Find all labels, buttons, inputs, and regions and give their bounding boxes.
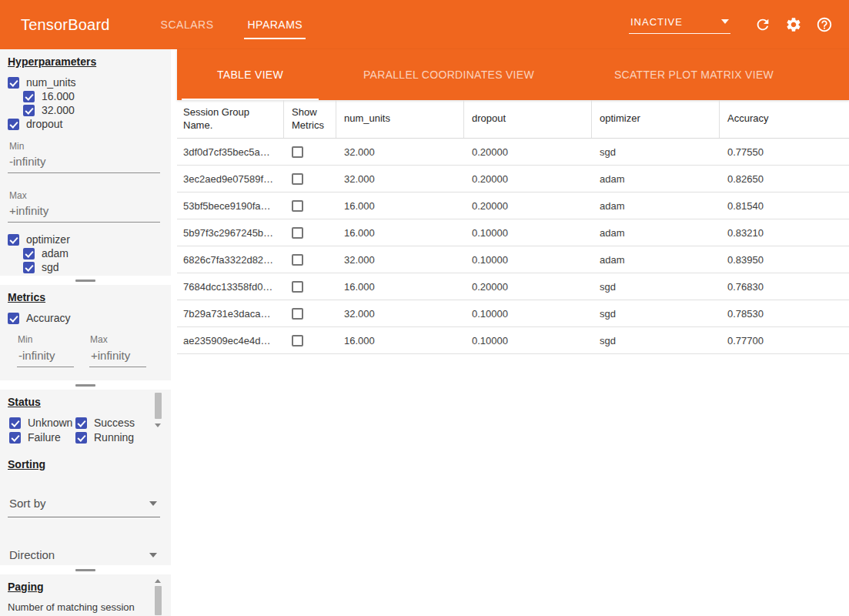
- table-row: 6826c7fa3322d82… 32.000 0.10000 adam 0.8…: [177, 246, 849, 273]
- scrollbar-thumb[interactable]: [155, 393, 162, 419]
- show-metrics-cell: [284, 227, 336, 239]
- tab-scatter-plot-matrix-view[interactable]: SCATTER PLOT MATRIX VIEW: [574, 49, 814, 100]
- header-nav: SCALARS HPARAMS: [144, 0, 320, 49]
- show-metrics-cell: [284, 173, 336, 185]
- accuracy-min-input[interactable]: [17, 346, 74, 367]
- accuracy-max-label: Max: [90, 334, 149, 345]
- matching-groups-text: Number of matching session groups: 8: [8, 601, 146, 616]
- hyperparameters-heading: Hyperparameters: [8, 55, 162, 68]
- show-metrics-checkbox[interactable]: [292, 200, 303, 212]
- scroll-up-icon[interactable]: [155, 579, 161, 583]
- pane-divider[interactable]: [0, 565, 171, 574]
- show-metrics-checkbox[interactable]: [292, 308, 303, 320]
- hparam-num-units[interactable]: num_units: [8, 75, 162, 89]
- dropout-cell: 0.20000: [464, 173, 592, 185]
- refresh-icon[interactable]: [754, 15, 772, 34]
- dropout-cell: 0.20000: [464, 281, 592, 293]
- table-header: Session Group Name. Show Metrics num_uni…: [177, 100, 849, 139]
- accuracy-cell: 0.76830: [720, 281, 849, 293]
- show-metrics-cell: [284, 254, 336, 266]
- session-group-name: 7684dcc13358fd0…: [177, 281, 284, 293]
- show-metrics-checkbox[interactable]: [292, 146, 303, 158]
- dropout-max-input[interactable]: [8, 202, 160, 223]
- sort-by-dropdown[interactable]: Sort by: [8, 494, 160, 517]
- show-metrics-cell: [284, 200, 336, 212]
- col-optimizer: optimizer: [592, 100, 720, 138]
- hparam-optimizer[interactable]: optimizer: [8, 233, 162, 246]
- gear-icon[interactable]: [784, 15, 803, 34]
- scrollbar-thumb[interactable]: [155, 586, 162, 615]
- dropout-cell: 0.10000: [464, 335, 592, 346]
- tab-scalars[interactable]: SCALARS: [144, 0, 231, 49]
- direction-dropdown[interactable]: Direction: [8, 545, 160, 565]
- status-failure[interactable]: Failure: [9, 430, 75, 444]
- optimizer-checkbox[interactable]: [8, 234, 19, 246]
- session-group-name: 3df0d7cf35bec5a…: [177, 146, 284, 158]
- session-group-name: 53bf5bece9190fa…: [177, 200, 284, 212]
- num-units-16-checkbox[interactable]: [23, 91, 35, 102]
- running-checkbox[interactable]: [75, 432, 87, 444]
- hparam-dropout[interactable]: dropout: [8, 117, 162, 131]
- optimizer-sgd-checkbox[interactable]: [23, 262, 35, 273]
- pane-divider[interactable]: [0, 276, 171, 285]
- tab-parallel-coordinates-view[interactable]: PARALLEL COORDINATES VIEW: [323, 49, 574, 100]
- pane-paging: Paging Number of matching session groups…: [0, 574, 171, 616]
- status-options: Unknown Success Failure Running: [9, 416, 162, 444]
- dropout-checkbox[interactable]: [8, 119, 19, 130]
- optimizer-cell: sgd: [592, 308, 720, 320]
- num-units-option-16[interactable]: 16.000: [23, 89, 162, 103]
- app-title: TensorBoard: [21, 16, 110, 34]
- metric-accuracy[interactable]: Accuracy: [8, 311, 162, 325]
- show-metrics-checkbox[interactable]: [292, 254, 303, 266]
- status-success[interactable]: Success: [75, 416, 162, 430]
- status-running[interactable]: Running: [75, 430, 162, 444]
- table-row: 5b97f3c2967245b… 16.000 0.10000 adam 0.8…: [177, 219, 849, 246]
- resize-handle[interactable]: [75, 384, 95, 387]
- optimizer-option-adam[interactable]: adam: [23, 246, 162, 260]
- num-units-option-32[interactable]: 32.000: [23, 103, 162, 117]
- run-status-dropdown[interactable]: INACTIVE: [629, 16, 730, 34]
- show-metrics-cell: [284, 335, 336, 346]
- run-status-value: INACTIVE: [630, 16, 683, 28]
- resize-handle[interactable]: [75, 569, 95, 571]
- sorting-heading: Sorting: [8, 458, 162, 470]
- num-units-cell: 32.000: [336, 173, 464, 185]
- paging-scrollbar[interactable]: [154, 579, 162, 616]
- failure-checkbox[interactable]: [9, 432, 21, 444]
- num-units-32-checkbox[interactable]: [23, 105, 35, 116]
- show-metrics-checkbox[interactable]: [292, 335, 303, 346]
- status-unknown[interactable]: Unknown: [9, 416, 75, 430]
- failure-label: Failure: [28, 431, 61, 444]
- accuracy-max-input[interactable]: [89, 346, 146, 367]
- num-units-cell: 16.000: [336, 200, 464, 212]
- scroll-down-icon[interactable]: [155, 424, 161, 427]
- direction-value: Direction: [9, 548, 55, 561]
- show-metrics-checkbox[interactable]: [292, 173, 303, 185]
- dropout-min-input[interactable]: [8, 152, 160, 173]
- unknown-checkbox[interactable]: [9, 417, 21, 429]
- resize-handle[interactable]: [75, 280, 95, 282]
- accuracy-cell: 0.83210: [720, 227, 849, 239]
- success-label: Success: [94, 417, 135, 429]
- tab-table-view[interactable]: TABLE VIEW: [177, 49, 323, 100]
- show-metrics-checkbox[interactable]: [292, 281, 303, 293]
- status-heading: Status: [8, 396, 162, 408]
- accuracy-label: Accuracy: [26, 312, 71, 324]
- chevron-down-icon: [149, 553, 157, 557]
- success-checkbox[interactable]: [75, 417, 87, 429]
- pane-divider[interactable]: [0, 380, 171, 390]
- sidebar-main-divider: [171, 49, 177, 616]
- optimizer-option-sgd[interactable]: sgd: [23, 260, 162, 274]
- dropout-label: dropout: [26, 118, 62, 130]
- optimizer-adam-checkbox[interactable]: [23, 248, 35, 259]
- tab-hparams[interactable]: HPARAMS: [230, 0, 319, 49]
- status-scrollbar[interactable]: [154, 393, 162, 437]
- optimizer-cell: sgd: [592, 146, 720, 158]
- num-units-cell: 16.000: [336, 227, 464, 239]
- table-row: 3df0d7cf35bec5a… 32.000 0.20000 sgd 0.77…: [177, 139, 849, 166]
- accuracy-checkbox[interactable]: [8, 313, 19, 324]
- help-icon[interactable]: [815, 15, 834, 34]
- num-units-cell: 16.000: [336, 281, 464, 293]
- num-units-checkbox[interactable]: [8, 77, 19, 89]
- show-metrics-checkbox[interactable]: [292, 227, 303, 239]
